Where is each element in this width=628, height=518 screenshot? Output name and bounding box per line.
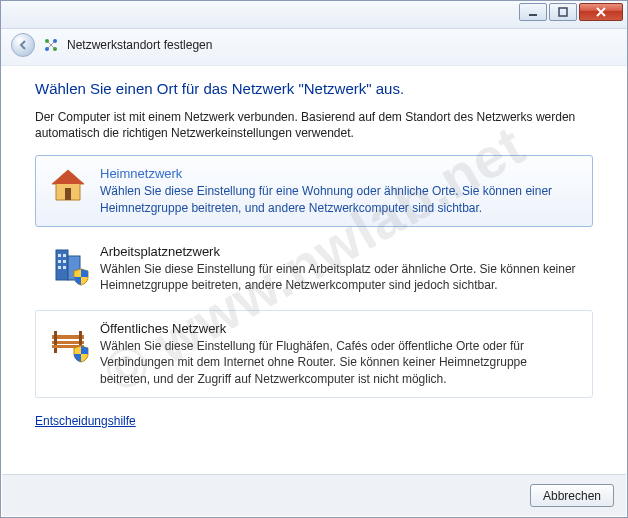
main-heading: Wählen Sie einen Ort für das Netzwerk "N… <box>35 80 593 97</box>
option-public-desc: Wählen Sie diese Einstellung für Flughäf… <box>100 338 580 387</box>
option-public-title: Öffentliches Netzwerk <box>100 321 580 336</box>
office-building-icon <box>48 244 88 284</box>
header-title: Netzwerkstandort festlegen <box>67 38 212 52</box>
svg-rect-19 <box>54 331 57 353</box>
shield-icon <box>72 345 90 363</box>
house-icon <box>48 166 88 206</box>
header: Netzwerkstandort festlegen <box>1 29 627 66</box>
cancel-button[interactable]: Abbrechen <box>530 484 614 507</box>
content-area: Wählen Sie einen Ort für das Netzwerk "N… <box>1 66 627 438</box>
option-public-body: Öffentliches Netzwerk Wählen Sie diese E… <box>100 321 580 387</box>
window-controls <box>519 3 623 21</box>
titlebar <box>1 1 627 29</box>
network-location-icon <box>43 37 59 53</box>
intro-text: Der Computer ist mit einem Netzwerk verb… <box>35 109 593 141</box>
svg-rect-9 <box>56 250 68 280</box>
svg-rect-0 <box>529 14 537 16</box>
park-bench-icon <box>48 321 88 361</box>
option-home-network[interactable]: Heimnetzwerk Wählen Sie diese Einstellun… <box>35 155 593 226</box>
svg-rect-11 <box>58 254 61 257</box>
svg-marker-7 <box>52 170 84 184</box>
close-button[interactable] <box>579 3 623 21</box>
svg-rect-12 <box>63 254 66 257</box>
option-work-body: Arbeitsplatznetzwerk Wählen Sie diese Ei… <box>100 244 580 293</box>
option-work-title: Arbeitsplatznetzwerk <box>100 244 580 259</box>
svg-rect-1 <box>559 8 567 16</box>
footer: Abbrechen <box>2 474 626 516</box>
svg-rect-13 <box>58 260 61 263</box>
maximize-button[interactable] <box>549 3 577 21</box>
svg-rect-14 <box>63 260 66 263</box>
svg-rect-8 <box>65 188 71 200</box>
back-button[interactable] <box>11 33 35 57</box>
option-home-title: Heimnetzwerk <box>100 166 580 181</box>
option-home-body: Heimnetzwerk Wählen Sie diese Einstellun… <box>100 166 580 215</box>
option-home-desc: Wählen Sie diese Einstellung für eine Wo… <box>100 183 580 215</box>
option-work-network[interactable]: Arbeitsplatznetzwerk Wählen Sie diese Ei… <box>35 233 593 304</box>
help-link[interactable]: Entscheidungshilfe <box>35 414 136 428</box>
option-work-desc: Wählen Sie diese Einstellung für einen A… <box>100 261 580 293</box>
shield-icon <box>72 268 90 286</box>
svg-rect-15 <box>58 266 61 269</box>
dialog-window: Netzwerkstandort festlegen Wählen Sie ei… <box>0 0 628 518</box>
svg-rect-16 <box>63 266 66 269</box>
minimize-button[interactable] <box>519 3 547 21</box>
option-public-network[interactable]: Öffentliches Netzwerk Wählen Sie diese E… <box>35 310 593 398</box>
